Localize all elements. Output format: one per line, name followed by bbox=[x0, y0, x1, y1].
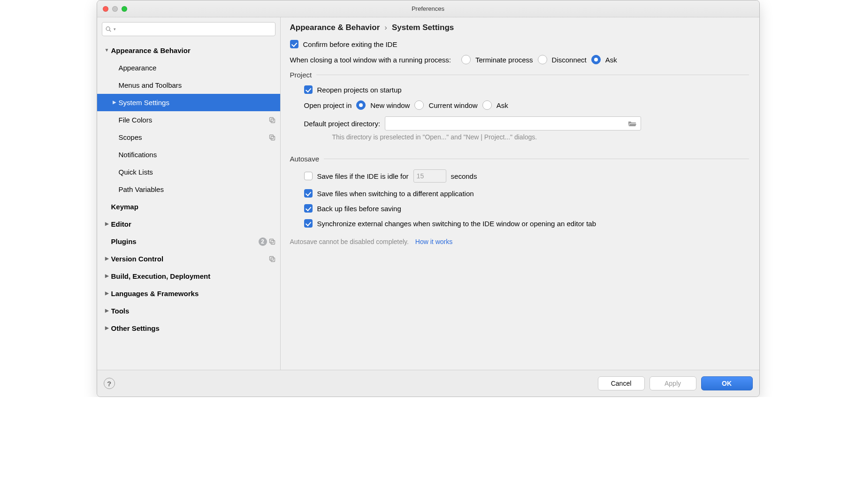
ok-button[interactable]: OK bbox=[701, 376, 753, 390]
project-section-header: Project bbox=[290, 71, 749, 79]
close-window-button[interactable] bbox=[103, 6, 108, 12]
default-dir-input[interactable] bbox=[385, 117, 626, 130]
svg-point-0 bbox=[106, 27, 110, 31]
tree-item[interactable]: ▼Appearance & Behavior bbox=[97, 42, 280, 59]
tree-item-label: Path Variables bbox=[119, 185, 275, 193]
project-level-icon bbox=[269, 134, 275, 141]
reopen-projects-checkbox[interactable] bbox=[304, 85, 313, 94]
svg-line-1 bbox=[109, 30, 111, 31]
search-history-icon[interactable]: ▾ bbox=[114, 27, 116, 31]
expand-arrow-icon: ▶ bbox=[110, 99, 119, 105]
save-idle-label-after: seconds bbox=[451, 172, 477, 180]
sync-external-label: Synchronize external changes when switch… bbox=[317, 220, 596, 228]
open-current-window-label: Current window bbox=[428, 101, 477, 109]
tree-item-label: Editor bbox=[111, 220, 275, 228]
tree-item[interactable]: ▶Other Settings bbox=[97, 320, 280, 337]
search-input[interactable] bbox=[118, 25, 272, 33]
search-box[interactable]: ▾ bbox=[102, 22, 275, 36]
project-level-icon bbox=[269, 238, 275, 245]
breadcrumb: Appearance & Behavior › System Settings bbox=[290, 23, 749, 40]
tree-item-label: Scopes bbox=[119, 133, 269, 141]
tree-item[interactable]: ▶System Settings bbox=[97, 94, 280, 111]
open-ask-label: Ask bbox=[497, 101, 508, 109]
tree-item[interactable]: ▶Menus and Toolbars bbox=[97, 76, 280, 94]
confirm-exit-checkbox[interactable] bbox=[290, 40, 298, 48]
tree-item[interactable]: ▶Editor bbox=[97, 215, 280, 233]
tree-item-label: Appearance & Behavior bbox=[111, 46, 275, 54]
breadcrumb-parent[interactable]: Appearance & Behavior bbox=[290, 23, 380, 32]
expand-arrow-icon: ▶ bbox=[110, 152, 119, 157]
closing-tool-label: When closing a tool window with a runnin… bbox=[290, 56, 451, 64]
tree-item[interactable]: ▶Tools bbox=[97, 302, 280, 320]
search-icon bbox=[105, 26, 112, 32]
dialog-footer: ? Cancel Apply OK bbox=[97, 370, 759, 397]
expand-arrow-icon: ▶ bbox=[103, 256, 111, 261]
tree-item[interactable]: ▶Quick Lists bbox=[97, 163, 280, 181]
settings-tree: ▼Appearance & Behavior▶Appearance▶Menus … bbox=[97, 40, 280, 370]
expand-arrow-icon: ▶ bbox=[103, 204, 111, 209]
closing-disconnect-radio[interactable] bbox=[538, 55, 547, 64]
expand-arrow-icon: ▶ bbox=[110, 186, 119, 191]
expand-arrow-icon: ▼ bbox=[103, 47, 111, 53]
save-switch-app-checkbox[interactable] bbox=[304, 189, 313, 198]
apply-button[interactable]: Apply bbox=[650, 376, 696, 390]
tree-item[interactable]: ▶Plugins2 bbox=[97, 233, 280, 250]
tree-item[interactable]: ▶Path Variables bbox=[97, 181, 280, 198]
window-controls bbox=[97, 6, 127, 12]
tree-item[interactable]: ▶File Colors bbox=[97, 111, 280, 129]
tree-item[interactable]: ▶Version Control bbox=[97, 250, 280, 267]
svg-rect-7 bbox=[271, 240, 275, 244]
svg-rect-5 bbox=[271, 136, 275, 140]
expand-arrow-icon: ▶ bbox=[110, 134, 119, 139]
svg-rect-9 bbox=[271, 258, 275, 261]
open-project-in-label: Open project in bbox=[304, 101, 352, 109]
preferences-window: Preferences ▾ ▼Appearance & Behavior▶App… bbox=[97, 0, 760, 397]
save-switch-app-label: Save files when switching to a different… bbox=[317, 190, 474, 198]
save-idle-seconds-input[interactable] bbox=[413, 169, 446, 183]
default-dir-hint: This directory is preselected in "Open..… bbox=[332, 133, 749, 141]
open-ask-radio[interactable] bbox=[482, 100, 492, 110]
autosave-note-text: Autosave cannot be disabled completely. bbox=[290, 238, 409, 245]
tree-item-label: Plugins bbox=[111, 237, 259, 245]
tree-item[interactable]: ▶Languages & Frameworks bbox=[97, 285, 280, 302]
autosave-section-label: Autosave bbox=[290, 155, 320, 163]
closing-ask-label: Ask bbox=[605, 56, 617, 64]
breadcrumb-separator: › bbox=[384, 23, 387, 32]
tree-item-label: Languages & Frameworks bbox=[111, 290, 275, 298]
tree-item[interactable]: ▶Build, Execution, Deployment bbox=[97, 267, 280, 285]
browse-folder-button[interactable] bbox=[626, 118, 639, 129]
tree-item-label: Notifications bbox=[119, 151, 275, 159]
divider bbox=[316, 75, 749, 75]
tree-item-label: Appearance bbox=[119, 64, 275, 72]
closing-disconnect-label: Disconnect bbox=[552, 56, 587, 64]
expand-arrow-icon: ▶ bbox=[103, 290, 111, 296]
tree-item[interactable]: ▶Keymap bbox=[97, 198, 280, 215]
save-idle-checkbox[interactable] bbox=[304, 172, 313, 180]
how-it-works-link[interactable]: How it works bbox=[415, 238, 452, 245]
svg-rect-3 bbox=[271, 119, 275, 122]
minimize-window-button[interactable] bbox=[112, 6, 118, 12]
zoom-window-button[interactable] bbox=[122, 6, 127, 12]
closing-terminate-radio[interactable] bbox=[461, 55, 471, 64]
tree-item-label: Build, Execution, Deployment bbox=[111, 272, 275, 280]
backup-files-label: Back up files before saving bbox=[317, 205, 401, 213]
folder-open-icon bbox=[628, 120, 636, 127]
help-button[interactable]: ? bbox=[104, 378, 115, 389]
tree-item-label: Other Settings bbox=[111, 324, 275, 332]
backup-files-checkbox[interactable] bbox=[304, 204, 313, 213]
main-panel: Appearance & Behavior › System Settings … bbox=[281, 17, 759, 370]
sync-external-checkbox[interactable] bbox=[304, 219, 313, 228]
tree-item[interactable]: ▶Appearance bbox=[97, 59, 280, 76]
expand-arrow-icon: ▶ bbox=[103, 325, 111, 330]
cancel-button[interactable]: Cancel bbox=[598, 376, 645, 390]
closing-ask-radio[interactable] bbox=[591, 55, 601, 64]
expand-arrow-icon: ▶ bbox=[110, 169, 119, 174]
tree-item[interactable]: ▶Notifications bbox=[97, 146, 280, 163]
open-new-window-radio[interactable] bbox=[356, 100, 366, 110]
tree-item-label: Menus and Toolbars bbox=[119, 81, 275, 89]
open-current-window-radio[interactable] bbox=[414, 100, 424, 110]
save-idle-label-before: Save files if the IDE is idle for bbox=[317, 172, 409, 180]
expand-arrow-icon: ▶ bbox=[110, 117, 119, 122]
tree-item-label: System Settings bbox=[119, 99, 275, 107]
tree-item[interactable]: ▶Scopes bbox=[97, 129, 280, 146]
